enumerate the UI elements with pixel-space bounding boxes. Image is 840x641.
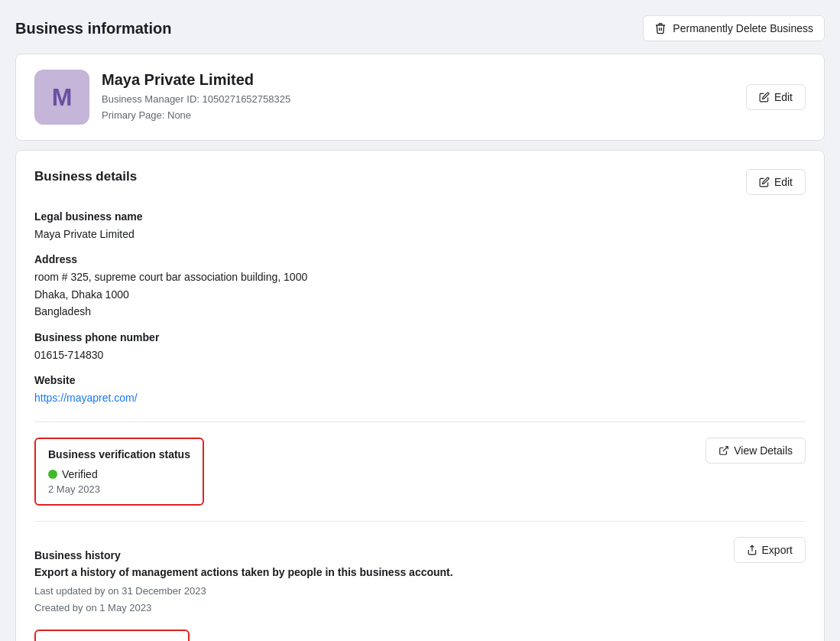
business-meta: Business Manager ID: 1050271652758325 Pr… bbox=[102, 92, 290, 124]
business-header-left: M Maya Private Limited Business Manager … bbox=[34, 70, 290, 125]
website-label: Website bbox=[34, 374, 806, 386]
details-edit-button[interactable]: Edit bbox=[746, 169, 806, 195]
address-label: Address bbox=[34, 253, 806, 265]
pencil-icon-2 bbox=[759, 177, 770, 187]
verification-box: Business verification status Verified 2 … bbox=[34, 438, 204, 506]
address-line2: Dhaka, Dhaka 1000 bbox=[34, 286, 806, 303]
address-field: Address room # 325, supreme court bar as… bbox=[34, 253, 806, 320]
section-divider-1 bbox=[34, 421, 806, 422]
primary-page-value: None bbox=[167, 109, 191, 121]
manager-id-value: 1050271652758325 bbox=[203, 93, 291, 105]
details-edit-label: Edit bbox=[774, 176, 793, 188]
pencil-icon bbox=[759, 92, 770, 102]
address-line1: room # 325, supreme court bar associatio… bbox=[34, 268, 806, 285]
verification-label: Business verification status bbox=[48, 448, 190, 460]
primary-page-label: Primary Page: bbox=[102, 109, 164, 121]
business-header-edit-button[interactable]: Edit bbox=[746, 84, 806, 110]
business-details-card: Business details Edit Legal business nam… bbox=[15, 150, 825, 641]
business-info: Maya Private Limited Business Manager ID… bbox=[102, 71, 290, 124]
legal-name-label: Legal business name bbox=[34, 210, 806, 223]
export-button[interactable]: Export bbox=[734, 537, 806, 563]
history-section-row: Business history Export a history of man… bbox=[34, 537, 806, 617]
phone-label: Business phone number bbox=[34, 331, 806, 343]
history-updated: Last updated by on 31 December 2023 bbox=[34, 583, 453, 600]
section-divider-2 bbox=[34, 521, 806, 522]
history-description: Export a history of management actions t… bbox=[34, 566, 453, 578]
history-created: Created by on 1 May 2023 bbox=[34, 600, 453, 617]
legal-name-field: Legal business name Maya Private Limited bbox=[34, 210, 806, 242]
page-title: Business information bbox=[15, 20, 171, 37]
ad-limit-box: Ad account creation limit 10 bbox=[34, 630, 190, 641]
delete-button-label: Permanently Delete Business bbox=[673, 22, 813, 34]
business-name: Maya Private Limited bbox=[102, 71, 290, 89]
legal-name-value: Maya Private Limited bbox=[34, 226, 806, 242]
avatar-letter: M bbox=[52, 83, 73, 112]
history-section: Business history Export a history of man… bbox=[34, 549, 453, 617]
manager-id-label: Business Manager ID: bbox=[102, 93, 199, 105]
business-header-card: M Maya Private Limited Business Manager … bbox=[15, 54, 825, 141]
phone-field: Business phone number 01615-714830 bbox=[34, 331, 806, 363]
details-header: Business details Edit bbox=[34, 169, 806, 195]
details-title: Business details bbox=[34, 169, 137, 184]
history-title: Business history bbox=[34, 549, 453, 561]
verified-dot-icon bbox=[48, 470, 57, 479]
verification-date: 2 May 2023 bbox=[48, 483, 190, 495]
verification-section-row: Business verification status Verified 2 … bbox=[34, 438, 806, 506]
address-line3: Bangladesh bbox=[34, 303, 806, 320]
delete-business-button[interactable]: Permanently Delete Business bbox=[643, 15, 825, 41]
external-link-icon bbox=[718, 445, 729, 456]
avatar: M bbox=[34, 70, 89, 125]
verification-section: Business verification status Verified 2 … bbox=[34, 438, 204, 506]
svg-line-0 bbox=[723, 447, 728, 451]
view-details-button[interactable]: View Details bbox=[705, 438, 806, 464]
edit-button-label: Edit bbox=[774, 91, 793, 103]
verification-status: Verified bbox=[62, 468, 98, 480]
trash-icon bbox=[654, 22, 666, 34]
export-label: Export bbox=[762, 544, 793, 556]
website-field: Website https://mayapret.com/ bbox=[34, 374, 806, 406]
export-icon bbox=[747, 545, 757, 555]
ad-limit-section: Ad account creation limit 10 bbox=[34, 617, 806, 641]
phone-value: 01615-714830 bbox=[34, 347, 806, 363]
website-url[interactable]: https://mayapret.com/ bbox=[34, 392, 138, 404]
verification-status-row: Verified bbox=[48, 468, 190, 480]
view-details-label: View Details bbox=[734, 444, 793, 457]
page-header: Business information Permanently Delete … bbox=[15, 15, 825, 41]
